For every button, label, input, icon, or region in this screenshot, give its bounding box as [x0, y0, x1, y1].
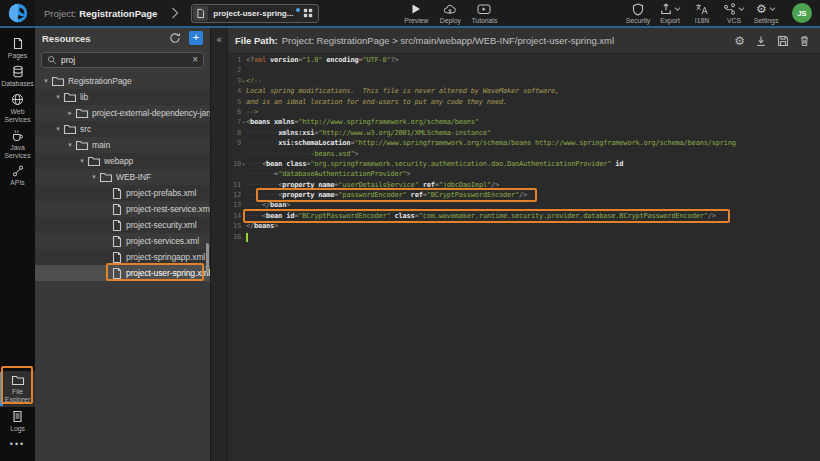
topbar-security-label: Security	[626, 17, 651, 24]
tree-item-label: project-services.xml	[126, 236, 199, 246]
topbar-settings-label: Settings	[754, 17, 779, 24]
sidebar-item-web-services[interactable]: WebServices	[0, 90, 35, 126]
tree-expand-arrow[interactable]: ▾	[77, 157, 87, 165]
line-number: 14	[228, 211, 241, 221]
text-cursor	[246, 233, 248, 242]
line-number: 15	[228, 221, 241, 231]
chevron-right-icon	[171, 7, 179, 19]
topbar-settings-button[interactable]: ⚙Settings	[753, 3, 779, 24]
tree-item-lib[interactable]: ▾lib	[35, 89, 210, 105]
page-icon	[111, 251, 123, 264]
i18n-icon	[695, 3, 709, 15]
tree-item-project-rest-service.xml[interactable]: project-rest-service.xml	[35, 201, 210, 217]
tree-item-label: project-prefabs.xml	[126, 188, 196, 198]
line-number	[228, 149, 241, 159]
sidebar-item-databases[interactable]: Databases	[0, 62, 35, 90]
resources-title: Resources	[42, 33, 169, 44]
tree-item-project-user-spring.xml[interactable]: project-user-spring.xml	[35, 265, 210, 281]
sidebar-item-file-explorer[interactable]: FileExplorer	[0, 371, 35, 407]
project-breadcrumb: Project:RegistrationPage	[44, 8, 157, 19]
line-number: 1	[228, 55, 241, 65]
sidebar-item-label: APIs	[10, 179, 24, 187]
sidebar-item-pages[interactable]: Pages	[0, 34, 35, 62]
topbar-export-button[interactable]: Export	[657, 3, 683, 24]
tree-expand-arrow[interactable]: ▾	[41, 77, 51, 85]
tree-expand-arrow[interactable]: ▾	[89, 173, 99, 181]
editor-header: File Path: Project: RegistrationPage > s…	[228, 28, 820, 54]
tree-item-main[interactable]: ▾main	[35, 137, 210, 153]
code-line: 3▾<!--	[228, 76, 820, 86]
clear-search-icon[interactable]: ×	[192, 55, 198, 65]
tree-item-label: RegistrationPage	[68, 76, 132, 86]
sidebar-item-java-services[interactable]: JavaServices	[0, 126, 35, 162]
page-icon	[12, 37, 24, 50]
active-indicator	[0, 372, 3, 406]
download-icon[interactable]	[755, 35, 767, 47]
tree-item-project-external-dependency-jars[interactable]: ▸project-external-dependency-jars	[35, 105, 210, 121]
panel-divider: «	[210, 28, 228, 461]
user-avatar[interactable]: JS	[792, 3, 812, 23]
tree-item-label: project-user-spring.xml	[126, 268, 210, 278]
tree-item-project-security.xml[interactable]: project-security.xml	[35, 217, 210, 233]
code-line: 9········xsi:schemaLocation="http://www.…	[228, 138, 820, 148]
line-number: 13	[228, 200, 241, 210]
database-icon	[12, 65, 24, 78]
sidebar-more-button[interactable]: •••	[0, 435, 35, 453]
code-surface[interactable]: 1<?xml version="1.0" encoding="UTF-8"?>2…	[228, 54, 820, 461]
sidebar-item-label: JavaServices	[4, 144, 30, 160]
topbar-vcs-button[interactable]: VCS	[721, 3, 747, 24]
code-line: 4Local spring modifications. This file i…	[228, 86, 820, 96]
video-icon	[477, 3, 491, 15]
tree-expand-arrow[interactable]: ▾	[53, 93, 63, 101]
tree-expand-arrow[interactable]: ▾	[53, 125, 63, 133]
sidebar-item-apis[interactable]: APIs	[0, 162, 35, 190]
dashboard-grid-icon[interactable]	[303, 8, 313, 18]
topbar-export-label: Export	[660, 17, 680, 24]
tree-expand-arrow[interactable]: ▸	[65, 109, 75, 117]
sidebar-item-logs[interactable]: Logs	[0, 407, 35, 435]
tree-item-webapp[interactable]: ▾webapp	[35, 153, 210, 169]
line-number: 8	[228, 128, 241, 138]
sidebar-item-label: FileExplorer	[5, 388, 30, 404]
tree-item-src[interactable]: ▾src	[35, 121, 210, 137]
resources-panel: Resources + × ▾RegistrationPage▾lib▸proj…	[35, 28, 210, 461]
code-line: 13····</bean>	[228, 200, 820, 210]
collapse-panel-icon[interactable]: «	[211, 34, 227, 45]
refresh-icon[interactable]	[169, 32, 181, 44]
tree-expand-arrow[interactable]: ▾	[65, 141, 75, 149]
folder-icon	[63, 123, 77, 135]
topbar-i18n-label: I18N	[695, 17, 709, 24]
topbar-tutorials-button[interactable]: Tutorials	[471, 3, 497, 24]
code-line: 12········<property name="passwordEncode…	[228, 190, 820, 200]
topbar-right-actions: SecurityExportI18NVCS⚙Settings JS	[625, 3, 820, 24]
tab-file-name: project-user-spring...	[213, 9, 293, 18]
add-resource-button[interactable]: +	[189, 31, 203, 45]
wavemaker-logo[interactable]	[0, 0, 35, 26]
tree-item-project-prefabs.xml[interactable]: project-prefabs.xml	[35, 185, 210, 201]
open-file-tab[interactable]: project-user-spring...	[191, 4, 319, 23]
page-icon	[111, 203, 123, 216]
tree-item-WEB-INF[interactable]: ▾WEB-INF	[35, 169, 210, 185]
panel-scrollbar[interactable]	[206, 243, 209, 273]
save-icon[interactable]	[777, 35, 789, 47]
tree-item-project-services.xml[interactable]: project-services.xml	[35, 233, 210, 249]
topbar-security-button[interactable]: Security	[625, 3, 651, 24]
topbar-i18n-button[interactable]: I18N	[689, 3, 715, 24]
code-line: 15</beans>	[228, 221, 820, 231]
tree-item-RegistrationPage[interactable]: ▾RegistrationPage	[35, 73, 210, 89]
file-path-value: Project: RegistrationPage > src/main/web…	[282, 35, 614, 46]
folder-icon	[99, 171, 113, 183]
topbar-deploy-button[interactable]: Deploy	[437, 3, 463, 24]
code-line: 6-->	[228, 107, 820, 117]
code-line: ················-beans.xsd">	[228, 149, 820, 159]
tree-item-project-springapp.xml[interactable]: project-springapp.xml	[35, 249, 210, 265]
search-input[interactable]	[61, 55, 192, 65]
folder-icon	[51, 75, 65, 87]
resources-searchbox: ×	[41, 52, 204, 68]
topbar-preview-button[interactable]: Preview	[403, 3, 429, 24]
page-icon	[111, 187, 123, 200]
delete-icon[interactable]	[799, 35, 810, 47]
editor-settings-icon[interactable]: ⚙	[734, 35, 745, 47]
search-icon	[47, 55, 57, 65]
wavemaker-logo-icon	[7, 2, 29, 24]
